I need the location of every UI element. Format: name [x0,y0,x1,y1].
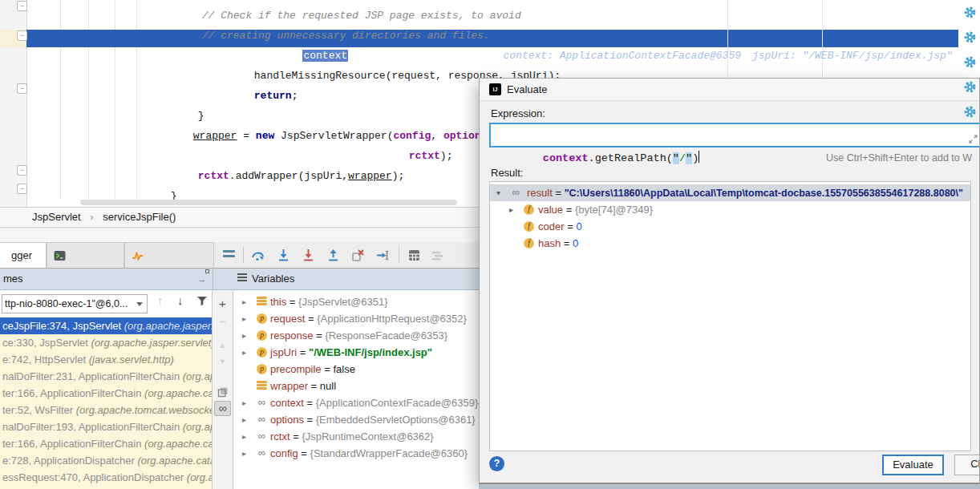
expression-label: Expression: [491,107,545,119]
variable-row[interactable]: ▸ ∞ rctxt = {JspRuntimeContext@6362} [233,428,479,445]
chevron-down-icon[interactable]: ▾ [496,184,500,201]
fold-marker[interactable]: − [17,30,27,41]
debug-tab-strip: gger Console→ Endpoints→ [0,242,479,269]
code-line: rctxt.addWrapper(jspUri,wrapper); [160,150,404,168]
move-down-icon[interactable]: ▼ [213,354,233,369]
chevron-right-icon[interactable]: ▸ [242,310,246,327]
result-row[interactable]: f hash = 0 [490,235,970,252]
variable-row[interactable]: ▸ ∞ config = {StandardWrapperFacade@6360… [233,445,479,462]
field-icon: f [524,221,534,232]
duplicate-watch-icon[interactable] [213,386,233,401]
more-tabs-icon[interactable] [223,250,235,260]
variable-row[interactable]: wrapper = null [233,378,479,394]
variable-row[interactable]: p precompile = false [233,361,479,378]
variable-row[interactable]: ▸ p jspUri = "/WEB-INF/jsp/index.jsp" [233,344,479,361]
fold-marker[interactable]: − [17,1,27,11]
run-to-cursor-icon[interactable] [376,249,390,262]
chevron-right-icon[interactable]: ▸ [242,445,246,462]
frame-row[interactable]: nalDoFilter:231, ApplicationFilterChain … [0,368,213,385]
result-row[interactable]: ▾ ∞ result = "C:\Users\11860\AppData\Loc… [490,184,970,201]
remove-watch-icon[interactable]: − [213,314,233,329]
gear-icon[interactable] [963,30,977,44]
frame-row-partial[interactable]: d:488, ApplicationDispatcher (org.apach [0,486,213,489]
chevron-right-icon[interactable]: ▸ [509,201,513,218]
field-icon: f [524,204,534,215]
frame-row[interactable]: nalDoFilter:193, ApplicationFilterChain … [0,418,213,435]
variable-row[interactable]: ▸ p response = {ResponseFacade@6353} [233,327,479,344]
frame-down-icon[interactable]: ↓ [177,293,184,307]
help-icon[interactable]: ? [489,456,504,471]
add-watch-icon[interactable]: + [213,297,233,311]
variables-menu-icon[interactable] [237,273,247,283]
move-up-icon[interactable]: ▲ [213,338,233,353]
breadcrumb-class[interactable]: JspServlet [32,211,81,223]
variable-row[interactable]: ▸ p request = {ApplicationHttpRequest@63… [233,310,479,327]
frame-row[interactable]: e:728, ApplicationDispatcher (org.apache… [0,452,213,469]
endpoints-icon [132,245,144,271]
close-button[interactable]: Clo [954,455,980,475]
frame-row[interactable]: ter:166, ApplicationFilterChain (org.apa… [0,385,213,402]
code-line: } [133,170,177,188]
pin-icon[interactable]: → [197,269,206,289]
chevron-right-icon[interactable]: ▸ [242,411,246,428]
result-label: Result: [491,167,523,179]
view-breakpoints-icon[interactable] [407,249,421,262]
frame-row[interactable]: ceJspFile:374, JspServlet (org.apache.ja… [0,317,213,334]
code-line-clipped: // Check if the requested JSP page exist… [164,0,521,7]
drop-frame-icon[interactable] [351,249,365,262]
thread-selector[interactable]: ttp-nio-8080-exec-1"@6,0... [2,294,148,313]
force-step-into-icon[interactable] [302,249,315,262]
frames-list[interactable]: ceJspFile:374, JspServlet (org.apache.ja… [0,317,213,489]
field-icon: f [524,238,534,249]
frame-row[interactable]: e:742, HttpServlet (javax.servlet.http) [0,351,213,368]
tab-console[interactable]: Console→ [47,242,124,268]
filter-icon[interactable] [196,296,208,309]
tab-debugger[interactable]: gger [0,242,47,268]
fold-marker[interactable]: − [17,184,27,194]
frame-row[interactable]: essRequest:470, ApplicationDispatcher (o… [0,469,213,486]
gear-icon[interactable] [963,105,977,119]
step-into-icon[interactable] [277,249,290,262]
step-over-icon[interactable] [251,249,265,262]
evaluate-expression-icon[interactable]: ∞ [214,401,231,416]
result-row[interactable]: f coder = 0 [490,218,970,235]
step-out-icon[interactable] [326,249,340,262]
chevron-right-icon[interactable]: ▸ [242,428,246,445]
mute-breakpoints-icon[interactable] [431,249,444,262]
frame-up-icon[interactable]: ↑ [157,293,164,307]
chevron-right-icon[interactable]: ▸ [242,394,246,411]
variables-panel[interactable]: ▸ this = {JspServlet@6351} ▸ p request =… [233,290,479,489]
parameter-icon: p [257,313,267,324]
dialog-titlebar[interactable]: IJ Evaluate [480,79,979,101]
code-line-comment: // creating unnecessary directories and … [164,10,490,27]
fold-marker[interactable]: − [17,83,27,94]
variable-row[interactable]: ▸ ∞ context = {ApplicationContextFacade@… [233,394,479,411]
breadcrumb-method[interactable]: serviceJspFile() [103,211,176,223]
expression-input[interactable]: context.getRealPath("/") [489,123,980,148]
expand-editor-icon[interactable] [968,130,978,152]
toolbar-separator [399,247,399,263]
toolwindow-gap [0,228,479,242]
inline-debug-hint: context: ApplicationContextFacade@6359js… [504,50,964,62]
intellij-logo-icon: IJ [489,83,501,95]
frame-row[interactable]: ce:330, JspServlet (org.apache.jasper.se… [0,334,213,351]
chevron-down-icon [136,302,143,306]
frame-row[interactable]: ter:52, WsFilter (org.apache.tomcat.webs… [0,402,213,418]
chevron-right-icon[interactable]: ▸ [242,344,246,361]
watch-icon: ∞ [257,398,267,408]
frame-row[interactable]: ter:166, ApplicationFilterChain (org.apa… [0,435,213,452]
result-row[interactable]: ▸ f value = {byte[74]@7349} [490,201,970,218]
chevron-right-icon[interactable]: ▸ [242,327,246,344]
evaluate-button[interactable]: Evaluate [882,455,944,475]
variable-row[interactable]: ▸ ∞ options = {EmbeddedServletOptions@63… [233,411,479,428]
tab-endpoints[interactable]: Endpoints→ [124,242,214,268]
watch-icon: ∞ [511,188,521,198]
chevron-right-icon[interactable]: ▸ [242,293,246,310]
editor-horizontal-scrollbar[interactable] [80,200,457,205]
gear-icon[interactable] [963,80,977,94]
gear-icon[interactable] [963,55,977,69]
gear-icon[interactable] [963,6,977,19]
variable-row[interactable]: ▸ this = {JspServlet@6351} [233,293,479,310]
fold-marker[interactable]: − [17,165,27,176]
result-tree[interactable]: ▾ ∞ result = "C:\Users\11860\AppData\Loc… [489,181,971,451]
